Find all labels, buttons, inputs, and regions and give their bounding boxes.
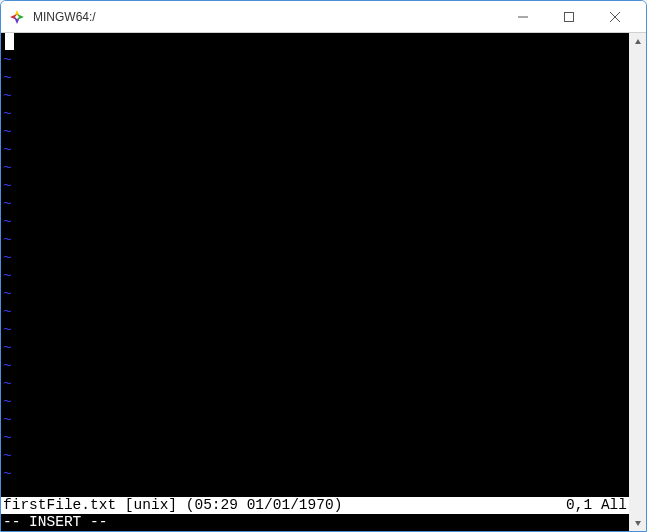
window-controls [500, 2, 638, 32]
minimize-button[interactable] [500, 2, 546, 32]
empty-lines: ~ ~ ~ ~ ~ ~ ~ ~ ~ ~ ~ ~ ~ ~ ~ ~ ~ ~ ~ ~ … [3, 51, 627, 483]
status-file-info: firstFile.txt [unix] (05:29 01/01/1970) [3, 497, 566, 514]
window-title: MINGW64:/ [33, 10, 500, 24]
status-line: firstFile.txt [unix] (05:29 01/01/1970) … [1, 497, 629, 514]
text-cursor [5, 33, 14, 50]
mode-line: -- INSERT -- [1, 514, 629, 531]
close-button[interactable] [592, 2, 638, 32]
svg-marker-8 [635, 39, 641, 44]
cursor-row [3, 33, 627, 51]
status-position: 0,1 All [566, 497, 627, 514]
terminal-window: MINGW64:/ ~ ~ ~ ~ ~ ~ ~ ~ ~ ~ ~ ~ ~ ~ ~ … [0, 0, 647, 532]
maximize-button[interactable] [546, 2, 592, 32]
mingw-icon [9, 9, 25, 25]
editor-buffer[interactable]: ~ ~ ~ ~ ~ ~ ~ ~ ~ ~ ~ ~ ~ ~ ~ ~ ~ ~ ~ ~ … [1, 33, 629, 497]
svg-marker-9 [635, 521, 641, 526]
titlebar[interactable]: MINGW64:/ [1, 1, 646, 33]
svg-rect-5 [565, 12, 574, 21]
scroll-up-arrow[interactable] [629, 33, 646, 50]
scroll-down-arrow[interactable] [629, 514, 646, 531]
terminal[interactable]: ~ ~ ~ ~ ~ ~ ~ ~ ~ ~ ~ ~ ~ ~ ~ ~ ~ ~ ~ ~ … [1, 33, 629, 531]
scrollbar[interactable] [629, 33, 646, 531]
client-area: ~ ~ ~ ~ ~ ~ ~ ~ ~ ~ ~ ~ ~ ~ ~ ~ ~ ~ ~ ~ … [1, 33, 646, 531]
svg-marker-3 [17, 14, 24, 20]
